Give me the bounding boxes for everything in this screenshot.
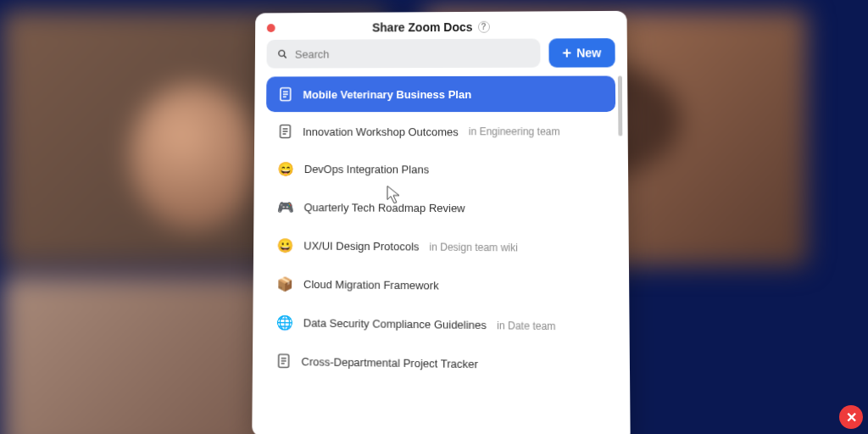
doc-title: UX/UI Design Protocols: [303, 239, 419, 253]
doc-title: Quarterly Tech Roadmap Review: [304, 201, 465, 214]
search-field[interactable]: [295, 47, 530, 60]
share-docs-panel: Share Zoom Docs ? + New Mobile Veterinar…: [252, 11, 630, 434]
close-icon: ✕: [846, 409, 857, 426]
list-item[interactable]: 🌐Data Security Compliance Guidelinesin D…: [264, 304, 617, 346]
new-button-label: New: [576, 46, 601, 59]
list-item[interactable]: 🎮Quarterly Tech Roadmap Review: [265, 189, 616, 228]
emoji-icon: 😀: [277, 237, 294, 253]
doc-title: Cloud Migration Framework: [303, 278, 439, 292]
list-item[interactable]: 📦Cloud Migration Framework: [264, 265, 617, 306]
list-item[interactable]: 😀UX/UI Design Protocolsin Design team wi…: [265, 227, 617, 267]
svg-line-1: [284, 56, 287, 58]
doc-title: Data Security Compliance Guidelines: [303, 316, 487, 331]
panel-header: Share Zoom Docs ?: [255, 11, 627, 40]
help-icon[interactable]: ?: [477, 21, 489, 33]
doc-meta: in Engineering team: [469, 125, 560, 137]
plus-icon: +: [562, 45, 571, 60]
scrollbar-thumb[interactable]: [618, 75, 623, 136]
document-list: Mobile Veterinary Business PlanInnovatio…: [264, 76, 618, 385]
list-item[interactable]: Innovation Workshop Outcomesin Engineeri…: [266, 114, 616, 150]
scrollbar[interactable]: [618, 75, 626, 432]
doc-title: Mobile Veterinary Business Plan: [303, 87, 471, 100]
doc-meta: in Date team: [497, 319, 555, 331]
svg-point-0: [279, 50, 285, 56]
list-item[interactable]: Mobile Veterinary Business Plan: [266, 76, 615, 113]
emoji-icon: 🌐: [276, 314, 293, 331]
close-button[interactable]: ✕: [839, 405, 863, 429]
new-button[interactable]: + New: [548, 38, 615, 68]
doc-title: Innovation Workshop Outcomes: [303, 125, 459, 138]
document-icon: [276, 353, 292, 369]
emoji-icon: 📦: [276, 275, 293, 292]
list-item[interactable]: 😄DevOps Integration Plans: [265, 151, 615, 189]
document-icon: [278, 124, 293, 139]
panel-title: Share Zoom Docs ?: [250, 19, 615, 35]
search-input[interactable]: [266, 38, 540, 68]
search-icon: [276, 48, 288, 60]
emoji-icon: 😄: [277, 161, 294, 177]
doc-title: DevOps Integration Plans: [304, 163, 429, 176]
emoji-icon: 🎮: [277, 199, 294, 215]
document-icon: [278, 86, 293, 102]
list-item[interactable]: Cross-Departmental Project Tracker: [264, 342, 618, 384]
doc-title: Cross-Departmental Project Tracker: [301, 354, 477, 370]
doc-meta: in Design team wiki: [429, 241, 517, 253]
